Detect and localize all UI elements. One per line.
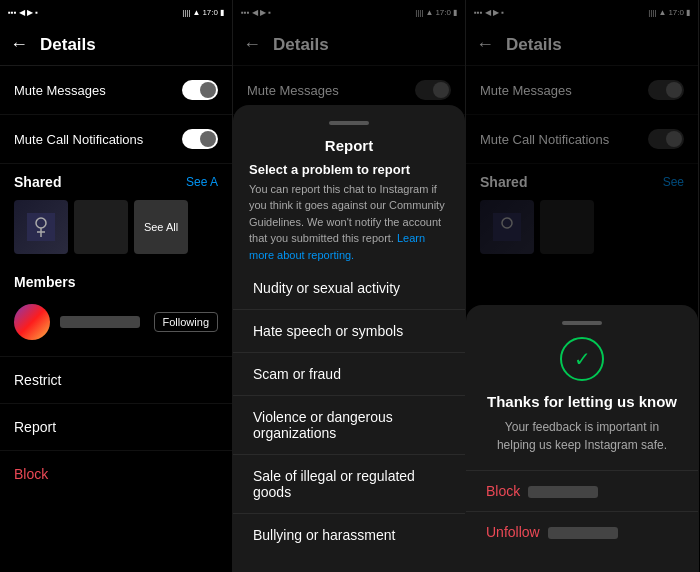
report-option-1[interactable]: Hate speech or symbols <box>233 310 465 353</box>
select-problem-title: Select a problem to report <box>249 162 449 177</box>
see-all-link-1[interactable]: See A <box>186 175 218 189</box>
mute-calls-label-1: Mute Call Notifications <box>14 132 143 147</box>
block-action-1[interactable]: Block <box>0 450 232 497</box>
mute-calls-row-1: Mute Call Notifications <box>0 115 232 164</box>
restrict-action-1[interactable]: Restrict <box>0 356 232 403</box>
time-display: 17:0 <box>202 8 218 17</box>
report-label-1: Report <box>14 419 56 435</box>
members-title-1: Members <box>0 274 232 298</box>
unfollow-label-thanks: Unfollow <box>486 524 540 540</box>
member-info-1 <box>14 304 140 340</box>
unfollow-username-blur <box>548 527 618 539</box>
thanks-subtitle: Your feedback is important in helping us… <box>466 418 698 470</box>
status-bar-1: ▪▪▪ ◀ ▶ ▪ |||| ▲ 17:0 ▮ <box>0 0 232 24</box>
report-action-1[interactable]: Report <box>0 403 232 450</box>
report-option-5[interactable]: Bullying or harassment <box>233 514 465 556</box>
unfollow-action-thanks[interactable]: Unfollow <box>466 511 698 552</box>
block-username-blur <box>528 486 598 498</box>
shared-title-1: Shared <box>14 174 61 190</box>
avatar-1 <box>14 304 50 340</box>
shared-image-icon-1 <box>27 213 55 241</box>
block-label-thanks: Block <box>486 483 520 499</box>
shared-header-1: Shared See A <box>0 164 232 196</box>
thanks-handle <box>562 321 602 325</box>
report-option-3[interactable]: Violence or dangerous organizations <box>233 396 465 455</box>
report-option-2[interactable]: Scam or fraud <box>233 353 465 396</box>
report-option-4[interactable]: Sale of illegal or regulated goods <box>233 455 465 514</box>
see-all-thumb-label: See All <box>144 221 178 233</box>
mute-messages-label-1: Mute Messages <box>14 83 106 98</box>
see-all-thumb-1[interactable]: See All <box>134 200 188 254</box>
report-sheet-title: Report <box>233 137 465 162</box>
wifi-icon: ▲ <box>193 8 201 17</box>
mute-calls-toggle-1[interactable] <box>182 129 218 149</box>
mute-messages-row-1: Mute Messages <box>0 66 232 115</box>
back-button-1[interactable]: ← <box>10 34 28 55</box>
restrict-label-1: Restrict <box>14 372 61 388</box>
sheet-handle <box>329 121 369 125</box>
signal-icon: |||| <box>182 8 190 17</box>
mute-messages-toggle-1[interactable] <box>182 80 218 100</box>
panel-details-3: ▪▪▪ ◀ ▶ ▪ |||| ▲ 17:0 ▮ ← Details Mute M… <box>466 0 699 572</box>
member-row-1: Following <box>0 298 232 346</box>
thanks-sheet: ✓ Thanks for letting us know Your feedba… <box>466 305 698 572</box>
panel-details-1: ▪▪▪ ◀ ▶ ▪ |||| ▲ 17:0 ▮ ← Details Mute M… <box>0 0 233 572</box>
following-badge-1[interactable]: Following <box>154 312 218 332</box>
shared-thumb-1 <box>14 200 68 254</box>
header-1: ← Details <box>0 24 232 66</box>
block-action-thanks[interactable]: Block <box>466 470 698 511</box>
check-circle-icon: ✓ <box>560 337 604 381</box>
report-option-0[interactable]: Nudity or sexual activity <box>233 267 465 310</box>
shared-images-1: See All <box>0 196 232 264</box>
panel-details-2: ▪▪▪ ◀ ▶ ▪ |||| ▲ 17:0 ▮ ← Details Mute M… <box>233 0 466 572</box>
block-label-1: Block <box>14 466 48 482</box>
members-section-1: Members Following <box>0 264 232 356</box>
report-sheet: Report Select a problem to report You ca… <box>233 105 465 573</box>
report-description: You can report this chat to Instagram if… <box>249 181 449 264</box>
member-name-1 <box>60 316 140 328</box>
status-right: |||| ▲ 17:0 ▮ <box>182 8 224 17</box>
status-left: ▪▪▪ ◀ ▶ ▪ <box>8 8 38 17</box>
battery-icon: ▮ <box>220 8 224 17</box>
page-title-1: Details <box>40 35 96 55</box>
thanks-title: Thanks for letting us know <box>466 393 698 410</box>
shared-thumb-2 <box>74 200 128 254</box>
